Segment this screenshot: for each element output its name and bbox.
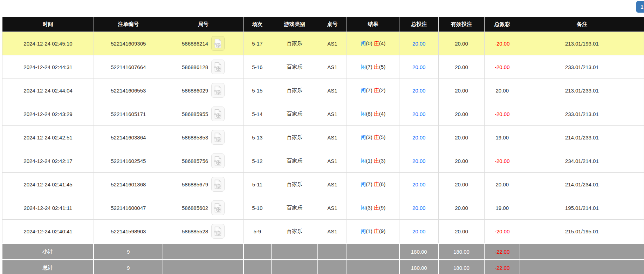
player-label: 闲 (361, 228, 366, 234)
cell-remark: 213.01/233.01 (520, 79, 644, 102)
player-score: (8) (366, 111, 372, 117)
grand-total-row: 总计 9 180.00 180.00 -22.00 (2, 260, 644, 274)
subtotal-valid-bet: 180.00 (439, 244, 485, 260)
cell-payout: 20.00 (484, 79, 520, 102)
grand-total-label: 总计 (2, 260, 94, 274)
cell-time: 2024-12-24 02:44:31 (2, 55, 94, 79)
player-score: (3) (366, 134, 372, 140)
col-header-round-no: 局号 (163, 17, 244, 32)
video-replay-button[interactable] (211, 107, 225, 121)
round-number: 586885602 (182, 205, 208, 211)
banker-score: (5) (379, 134, 385, 140)
cell-round-no: 586885679 (163, 173, 244, 196)
cell-payout: -20.00 (484, 102, 520, 126)
cell-valid-bet: 20.00 (439, 102, 485, 126)
cell-table-no: AS1 (318, 55, 347, 79)
pagination-button[interactable]: 1 (636, 1, 644, 13)
banker-label: 庄 (374, 205, 379, 211)
video-file-icon (214, 85, 222, 95)
cell-result: 闲(7) 庄(5) (347, 55, 399, 79)
video-replay-button[interactable] (211, 60, 225, 74)
cell-payout: -20.00 (484, 32, 520, 55)
video-replay-button[interactable] (211, 153, 225, 168)
banker-label: 庄 (374, 40, 379, 46)
cell-time: 2024-12-24 02:41:11 (2, 196, 94, 220)
cell-total-bet: 20.00 (399, 126, 439, 149)
player-label: 闲 (361, 205, 366, 211)
cell-valid-bet: 20.00 (439, 173, 485, 196)
cell-remark: 214.01/234.01 (520, 173, 644, 196)
video-replay-button[interactable] (211, 36, 225, 51)
col-header-result: 结果 (347, 17, 399, 32)
cell-game-type: 百家乐 (271, 173, 318, 196)
grand-total-payout: -22.00 (484, 260, 520, 274)
round-number: 586885955 (182, 111, 208, 117)
table-summary: 小计 9 180.00 180.00 -22.00 总计 9 (2, 244, 644, 274)
cell-remark: 233.01/213.01 (520, 55, 644, 79)
video-replay-button[interactable] (211, 83, 225, 98)
col-header-remark: 备注 (520, 17, 644, 32)
cell-result: 闲(1) 庄(3) (347, 149, 399, 173)
cell-time: 2024-12-24 02:42:51 (2, 126, 94, 149)
cell-payout: 20.00 (484, 173, 520, 196)
cell-game-type: 百家乐 (271, 126, 318, 149)
cell-round-no: 586885528 (163, 220, 244, 244)
bet-records-table: 时间 注单编号 局号 场次 游戏类别 桌号 结果 总投注 有效投注 总派彩 备注… (2, 17, 644, 274)
round-number: 586885528 (182, 228, 208, 234)
banker-score: (6) (379, 181, 385, 187)
cell-session: 5-17 (244, 32, 271, 55)
table-body: 2024-12-24 02:45:10 522141609305 5868862… (2, 32, 644, 244)
cell-table-no: AS1 (318, 102, 347, 126)
cell-time: 2024-12-24 02:45:10 (2, 32, 94, 55)
cell-payout: 19.00 (484, 196, 520, 220)
video-file-icon (214, 109, 222, 119)
banker-label: 庄 (374, 64, 379, 70)
cell-game-type: 百家乐 (271, 220, 318, 244)
player-label: 闲 (361, 87, 366, 93)
col-header-bet-no: 注单编号 (94, 17, 163, 32)
cell-round-no: 586885853 (163, 126, 244, 149)
cell-table-no: AS1 (318, 173, 347, 196)
table-row: 2024-12-24 02:41:45 522141601368 5868856… (2, 173, 644, 196)
grand-total-total-bet: 180.00 (399, 260, 439, 274)
player-label: 闲 (361, 158, 366, 164)
video-replay-button[interactable] (211, 200, 225, 215)
table-header: 时间 注单编号 局号 场次 游戏类别 桌号 结果 总投注 有效投注 总派彩 备注 (2, 17, 644, 32)
col-header-time: 时间 (2, 17, 94, 32)
cell-table-no: AS1 (318, 220, 347, 244)
video-replay-button[interactable] (211, 130, 225, 145)
cell-bet-no: 522141598903 (94, 220, 163, 244)
cell-session: 5-12 (244, 149, 271, 173)
video-file-icon (214, 132, 222, 142)
video-file-icon (214, 62, 222, 72)
cell-bet-no: 522141605171 (94, 102, 163, 126)
cell-game-type: 百家乐 (271, 32, 318, 55)
banker-label: 庄 (374, 158, 379, 164)
video-replay-button[interactable] (211, 177, 225, 192)
col-header-session: 场次 (244, 17, 271, 32)
player-score: (7) (366, 64, 372, 70)
cell-valid-bet: 20.00 (439, 55, 485, 79)
cell-total-bet: 20.00 (399, 173, 439, 196)
cell-bet-no: 522141603864 (94, 126, 163, 149)
cell-session: 5-9 (244, 220, 271, 244)
cell-remark: 213.01/193.01 (520, 32, 644, 55)
top-bar: 1 (0, 0, 644, 17)
banker-label: 庄 (374, 181, 379, 187)
grand-total-valid-bet: 180.00 (439, 260, 485, 274)
cell-round-no: 586885756 (163, 149, 244, 173)
subtotal-row: 小计 9 180.00 180.00 -22.00 (2, 244, 644, 260)
grand-total-count: 9 (94, 260, 163, 274)
player-score: (1) (366, 228, 372, 234)
table-row: 2024-12-24 02:42:51 522141603864 5868858… (2, 126, 644, 149)
cell-total-bet: 20.00 (399, 220, 439, 244)
cell-session: 5-11 (244, 173, 271, 196)
cell-time: 2024-12-24 02:44:04 (2, 79, 94, 102)
round-number: 586886128 (182, 64, 208, 70)
banker-score: (9) (379, 228, 385, 234)
player-label: 闲 (361, 40, 366, 46)
cell-total-bet: 20.00 (399, 102, 439, 126)
cell-round-no: 586886029 (163, 79, 244, 102)
video-replay-button[interactable] (211, 224, 225, 239)
col-header-total-bet: 总投注 (399, 17, 439, 32)
